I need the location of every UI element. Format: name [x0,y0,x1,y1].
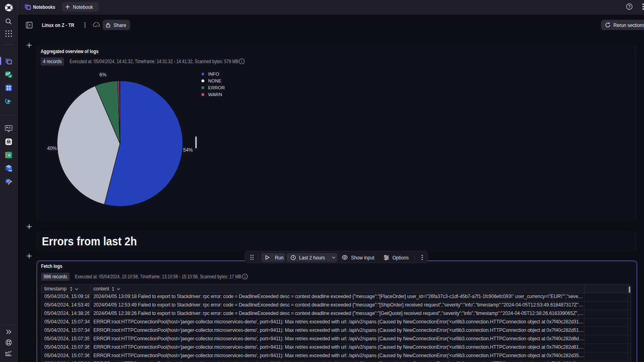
svg-text:NEW: NEW [8,170,12,172]
svg-text:ERROR: ERROR [208,85,225,90]
svg-text:NONE: NONE [208,78,222,83]
svg-text:WARN: WARN [208,92,222,97]
svg-text:INFO: INFO [208,72,219,76]
